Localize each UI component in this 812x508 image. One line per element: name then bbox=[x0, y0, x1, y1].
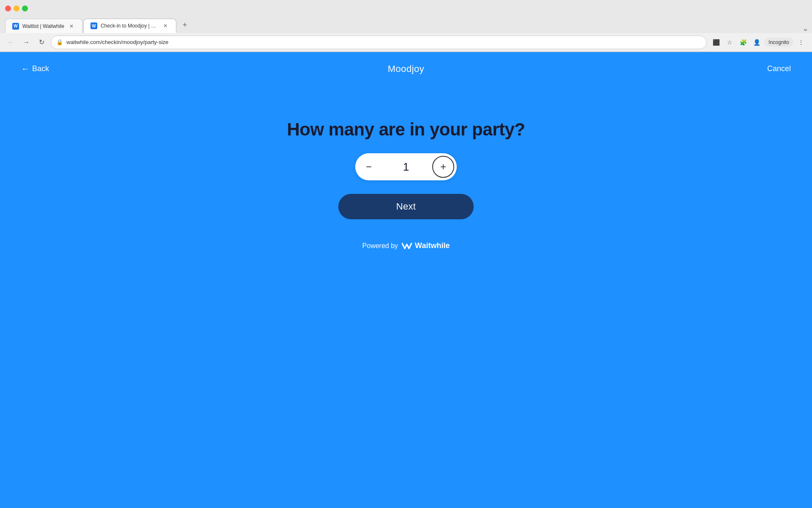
powered-by-label: Powered by bbox=[362, 242, 398, 250]
url-text: waitwhile.com/checkin/moodjoy/party-size bbox=[66, 39, 701, 45]
tab-2-favicon: W bbox=[91, 22, 97, 29]
tabs-bar: W Waitlist | Waitwhile ✕ W Check-in to M… bbox=[0, 17, 812, 33]
waitwhile-brand-name: Waitwhile bbox=[415, 241, 450, 250]
profile-button[interactable]: 👤 bbox=[751, 36, 763, 48]
window-maximize-button[interactable] bbox=[22, 6, 28, 11]
cancel-button[interactable]: Cancel bbox=[767, 64, 791, 73]
party-count-value: 1 bbox=[380, 160, 432, 174]
page-content: ← Back Moodjoy Cancel How many are in yo… bbox=[0, 52, 812, 508]
browser-titlebar bbox=[0, 0, 812, 17]
waitwhile-logo-icon bbox=[401, 242, 412, 250]
forward-nav-button[interactable]: → bbox=[20, 36, 32, 48]
tab-1-title: Waitlist | Waitwhile bbox=[22, 23, 64, 29]
main-content: How many are in your party? − 1 + Next P… bbox=[0, 119, 812, 250]
browser-toolbar: ← → ↻ 🔒 waitwhile.com/checkin/moodjoy/pa… bbox=[0, 33, 812, 52]
reload-button[interactable]: ↻ bbox=[36, 36, 47, 48]
incognito-badge: Incognito bbox=[764, 38, 793, 47]
extensions-button[interactable]: 🧩 bbox=[737, 36, 749, 48]
waitwhile-logo: Waitwhile bbox=[401, 241, 450, 250]
tab-2-close[interactable]: ✕ bbox=[162, 22, 169, 30]
cast-button[interactable]: ⬛ bbox=[710, 36, 722, 48]
tab-1-close[interactable]: ✕ bbox=[68, 22, 75, 30]
tab-expand-button[interactable]: ⌄ bbox=[799, 24, 812, 33]
toolbar-actions: ⬛ ☆ 🧩 👤 Incognito ⋮ bbox=[710, 36, 807, 48]
address-bar[interactable]: 🔒 waitwhile.com/checkin/moodjoy/party-si… bbox=[51, 36, 707, 49]
browser-chrome: W Waitlist | Waitwhile ✕ W Check-in to M… bbox=[0, 0, 812, 52]
back-arrow-icon: ← bbox=[21, 64, 30, 74]
party-size-stepper: − 1 + bbox=[355, 153, 457, 180]
increment-button[interactable]: + bbox=[432, 156, 454, 178]
browser-tab-2[interactable]: W Check-in to Moodjoy | Waitwhi... ✕ bbox=[83, 19, 176, 33]
window-controls bbox=[5, 6, 28, 11]
next-button[interactable]: Next bbox=[338, 194, 474, 219]
window-minimize-button[interactable] bbox=[14, 6, 19, 11]
back-label: Back bbox=[32, 64, 49, 73]
back-nav-button[interactable]: ← bbox=[5, 36, 17, 48]
browser-tab-1[interactable]: W Waitlist | Waitwhile ✕ bbox=[5, 19, 82, 33]
more-menu-button[interactable]: ⋮ bbox=[795, 36, 807, 48]
tab-2-title: Check-in to Moodjoy | Waitwhi... bbox=[101, 23, 158, 29]
bookmark-button[interactable]: ☆ bbox=[724, 36, 735, 48]
new-tab-button[interactable]: + bbox=[179, 19, 191, 31]
back-button[interactable]: ← Back bbox=[21, 64, 49, 74]
window-close-button[interactable] bbox=[5, 6, 11, 11]
decrement-button[interactable]: − bbox=[358, 156, 380, 178]
tab-1-favicon: W bbox=[12, 23, 19, 30]
page-header: ← Back Moodjoy Cancel bbox=[0, 52, 812, 86]
brand-name: Moodjoy bbox=[388, 64, 425, 75]
question-title: How many are in your party? bbox=[287, 119, 525, 140]
incognito-label: Incognito bbox=[768, 39, 789, 45]
powered-by: Powered by Waitwhile bbox=[362, 241, 450, 250]
lock-icon: 🔒 bbox=[56, 39, 63, 45]
